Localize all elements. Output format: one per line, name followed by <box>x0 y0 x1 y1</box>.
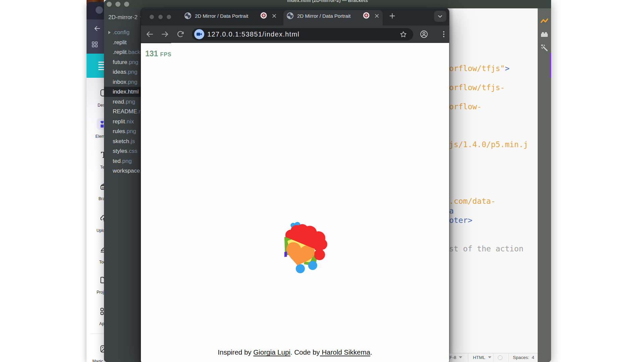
code-token: .com/data- <box>449 197 495 205</box>
sidebar-item-label: Apps <box>87 321 104 326</box>
art-blue-dot <box>308 261 317 270</box>
live-preview-lightning-icon[interactable] <box>540 17 548 25</box>
chevron-down-icon <box>437 14 443 19</box>
file-name: .replit <box>113 49 127 55</box>
projects-folder-icon <box>100 276 104 284</box>
code-token: orflow- <box>449 102 482 111</box>
chrome-tabstrip: 2D Mirror / Data Portrait 2D Mirror / Da… <box>141 8 449 25</box>
file-name: .replit <box>113 39 127 46</box>
sidebar-divider <box>91 334 104 334</box>
brand-kit-icon: co <box>100 182 104 190</box>
code-line: orflow/tfjs- <box>449 83 505 92</box>
code-line: orflow- <box>449 102 482 111</box>
new-tab-icon[interactable] <box>389 13 395 19</box>
hamburger-icon <box>98 62 104 70</box>
indent-label: Spaces: <box>513 355 529 360</box>
code-line: orflow/tfjs"> <box>449 64 509 73</box>
file-name: sketch <box>113 138 129 144</box>
art-blue-dot <box>296 264 305 273</box>
code-token: orflow/tfjs" <box>449 64 505 73</box>
traffic-close-button[interactable] <box>150 15 154 19</box>
language-label: HTML <box>473 355 485 360</box>
brackets-toolbar-strip <box>538 8 551 362</box>
back-arrow-icon[interactable] <box>94 25 101 32</box>
chevron-down-icon <box>459 356 462 358</box>
browser-tab-active[interactable]: 2D Mirror / Data Portrait <box>283 10 383 25</box>
menu-kebab-icon[interactable] <box>440 30 448 38</box>
file-ext: .png <box>121 158 132 164</box>
tab-search-button[interactable] <box>434 11 446 22</box>
recording-indicator-icon <box>260 12 267 19</box>
file-ext: .png <box>124 99 135 105</box>
hamburger-line <box>98 62 104 63</box>
traffic-close-button[interactable] <box>107 2 112 7</box>
reload-icon[interactable] <box>176 30 184 38</box>
sidebar-item-design[interactable]: Design <box>87 89 104 108</box>
file-name: ted <box>113 158 121 164</box>
indent-setting[interactable]: Spaces: 4 <box>513 353 534 362</box>
file-name: index.html <box>113 88 139 95</box>
sidebar-item-label: Projects <box>87 290 104 295</box>
hamburger-line <box>98 69 104 70</box>
svg-text:co: co <box>102 186 104 189</box>
brackets-titlebar: index.html (2D-mirror-2) — Brackets <box>104 0 551 8</box>
folder-collapse-triangle-icon[interactable] <box>108 31 111 34</box>
magic-wand-icon[interactable] <box>540 44 548 52</box>
address-bar[interactable]: 127.0.0.1:53851/index.html <box>192 28 413 41</box>
sidebar-item-text[interactable]: Text <box>87 151 104 170</box>
canva-header <box>87 2 104 19</box>
language-selector[interactable]: HTML <box>473 353 491 362</box>
close-tab-icon[interactable] <box>272 13 277 18</box>
bookmark-star-icon[interactable] <box>400 31 407 38</box>
close-tab-icon[interactable] <box>374 13 379 18</box>
project-switcher[interactable]: 2D-mirror-2 <box>108 14 143 21</box>
file-ext: .png <box>126 69 138 75</box>
globe-favicon <box>287 12 293 19</box>
chrome-window: 2D Mirror / Data Portrait 2D Mirror / Da… <box>141 8 449 362</box>
sidebar-item-magic-media[interactable]: Magic Media <box>87 345 104 362</box>
sidebar-item-brand[interactable]: coBrand <box>87 182 104 201</box>
code-token: js/1.4.0/p5.min.j <box>449 140 528 149</box>
back-icon[interactable] <box>146 30 154 38</box>
forward-icon[interactable] <box>161 30 169 38</box>
browser-viewport: 131FPS Inspired by Giorgia Lupi. Code by… <box>141 43 449 362</box>
sidebar-item-uploads[interactable]: Uploads <box>87 214 104 233</box>
lint-status-icon[interactable] <box>498 355 502 360</box>
notification-bar <box>550 53 551 78</box>
art-purple-shape <box>284 251 287 257</box>
tab-title: 2D Mirror / Data Portrait <box>297 13 351 19</box>
file-ext: .js <box>129 138 135 144</box>
canva-app-slice: DesignElementsTextcoBrandUploadsToolsPro… <box>87 0 104 362</box>
traffic-minimize-button[interactable] <box>115 2 120 7</box>
giorgia-lupi-link[interactable]: Giorgia Lupi <box>253 348 290 356</box>
file-ext: .css <box>127 148 137 154</box>
harold-sikkema-link[interactable]: Harold Sikkema <box>320 348 370 356</box>
file-name: workspace <box>113 168 140 174</box>
extension-manager-brick-icon[interactable] <box>540 31 548 39</box>
sidebar-item-apps[interactable]: Apps <box>87 307 104 326</box>
url-text[interactable]: 127.0.0.1:53851/index.html <box>207 31 300 38</box>
camera-sharing-badge[interactable] <box>194 29 204 39</box>
globe-favicon <box>184 12 191 19</box>
sidebar-item-elements[interactable]: Elements <box>87 120 104 139</box>
magic-media-icon <box>100 345 104 353</box>
sidebar-item-label: Text <box>87 165 104 170</box>
grid-icon[interactable] <box>92 41 98 48</box>
canva-nav-strip <box>87 19 104 54</box>
traffic-zoom-button[interactable] <box>167 15 171 19</box>
sidebar-item-tools[interactable]: Tools <box>87 246 104 264</box>
sidebar-item-projects[interactable]: Projects <box>87 276 104 295</box>
video-camera-icon <box>196 31 202 37</box>
canva-teal-button[interactable] <box>87 54 104 78</box>
profile-icon[interactable] <box>420 30 428 38</box>
design-canvas-icon <box>100 89 104 97</box>
brackets-window-title: index.html (2D-mirror-2) — Brackets <box>104 0 551 3</box>
page-caption: Inspired by Giorgia Lupi. Code by Harold… <box>141 348 449 356</box>
avatar[interactable] <box>96 6 103 14</box>
sidebar-item-label: Tools <box>87 260 104 264</box>
text-T-icon <box>100 151 104 159</box>
tools-pen-icon <box>100 246 104 254</box>
file-name: read <box>113 99 124 105</box>
traffic-zoom-button[interactable] <box>124 2 129 7</box>
traffic-minimize-button[interactable] <box>158 15 163 19</box>
